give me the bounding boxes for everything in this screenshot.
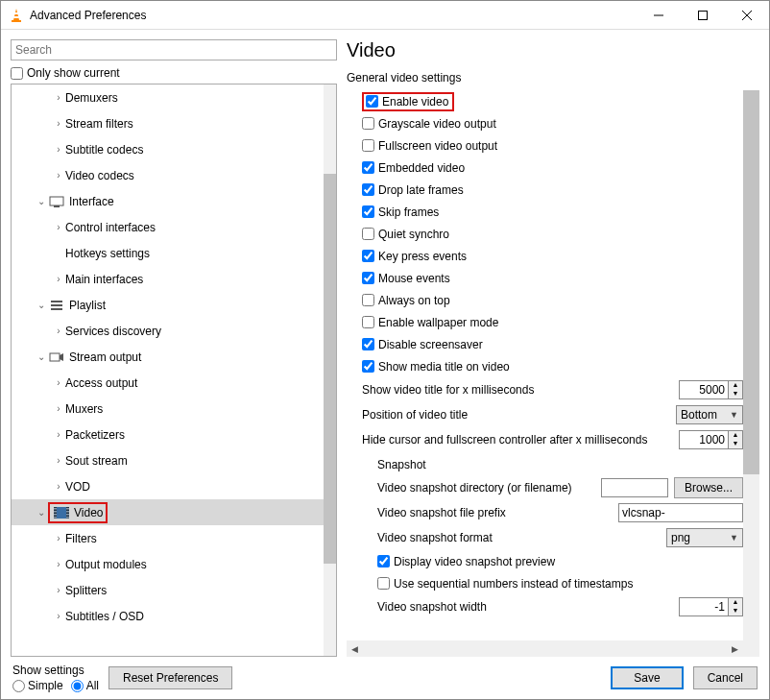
tree-scrollbar[interactable] — [324, 84, 336, 656]
tree-stream-filters[interactable]: ›Stream filters — [12, 110, 324, 136]
tree-stream-output[interactable]: ⌄Stream output — [12, 344, 324, 370]
chk-mouse[interactable]: Mouse events — [362, 267, 743, 289]
tree-hotkeys[interactable]: Hotkeys settings — [12, 240, 324, 266]
tree-playlist[interactable]: ⌄Playlist — [12, 292, 324, 318]
expander-icon[interactable]: ⌄ — [35, 507, 48, 518]
snapshot-group-label: Snapshot — [362, 458, 743, 471]
tree-main-interfaces[interactable]: ›Main interfaces — [12, 266, 324, 292]
expander-icon[interactable]: › — [52, 585, 65, 595]
snapshot-dir-input[interactable] — [601, 478, 668, 497]
tree-scroll-thumb[interactable] — [324, 174, 336, 564]
svg-rect-5 — [699, 11, 708, 19]
cancel-button[interactable]: Cancel — [693, 666, 758, 689]
settings-v-scrollbar[interactable] — [743, 90, 759, 640]
expander-icon[interactable]: › — [52, 403, 65, 414]
save-button[interactable]: Save — [611, 666, 683, 689]
chk-always-top[interactable]: Always on top — [362, 289, 743, 311]
chk-quiet-synchro[interactable]: Quiet synchro — [362, 223, 743, 245]
settings-h-scrollbar[interactable]: ◀ ▶ — [347, 640, 743, 657]
expander-icon[interactable]: › — [52, 274, 65, 284]
expander-icon[interactable]: › — [52, 377, 65, 388]
chk-screensaver[interactable]: Disable screensaver — [362, 333, 743, 355]
expander-icon[interactable]: › — [52, 222, 65, 232]
svg-rect-22 — [66, 508, 69, 510]
expander-icon[interactable]: › — [52, 118, 65, 129]
hide-cursor-ms-spinner[interactable]: ▲▼ — [729, 430, 743, 449]
tree-services-discovery[interactable]: ›Services discovery — [12, 318, 324, 344]
expander-icon[interactable]: › — [52, 429, 65, 440]
show-title-ms-input[interactable] — [679, 380, 729, 399]
tree-control-interfaces[interactable]: ›Control interfaces — [12, 214, 324, 240]
snapshot-format-combo[interactable]: png▼ — [666, 528, 743, 547]
svg-rect-24 — [66, 514, 69, 516]
tree-splitters[interactable]: ›Splitters — [12, 577, 324, 603]
chk-wallpaper[interactable]: Enable wallpaper mode — [362, 311, 743, 333]
check-label: Mouse events — [378, 272, 450, 285]
expander-icon[interactable]: › — [52, 170, 65, 181]
close-button[interactable] — [725, 1, 769, 30]
tree-interface[interactable]: ⌄Interface — [12, 188, 324, 214]
snapshot-dir-browse[interactable]: Browse... — [674, 477, 743, 498]
expander-icon[interactable]: › — [52, 455, 65, 466]
maximize-button[interactable] — [681, 1, 725, 30]
tree-subtitles-osd[interactable]: ›Subtitles / OSD — [12, 603, 324, 629]
chk-enable-video[interactable]: Enable video — [362, 90, 743, 112]
svg-rect-18 — [54, 508, 57, 510]
vlc-icon — [9, 8, 24, 23]
radio-simple[interactable]: Simple — [12, 679, 63, 692]
expander-icon[interactable]: ⌄ — [35, 300, 48, 310]
expander-icon[interactable]: › — [52, 481, 65, 492]
show-title-ms-spinner[interactable]: ▲▼ — [729, 380, 743, 399]
chk-grayscale[interactable]: Grayscale video output — [362, 112, 743, 134]
check-label: Fullscreen video output — [378, 139, 497, 153]
expander-icon[interactable]: ⌄ — [35, 196, 48, 206]
check-label: Quiet synchro — [378, 228, 449, 241]
snapshot-prefix-input[interactable] — [618, 503, 743, 522]
svg-rect-20 — [54, 514, 57, 516]
snapshot-width-spinner[interactable]: ▲▼ — [729, 597, 743, 616]
hide-cursor-ms-input[interactable] — [679, 430, 729, 449]
tree-video-codecs[interactable]: ›Video codecs — [12, 162, 324, 188]
expander-icon[interactable]: › — [52, 92, 65, 103]
tree-packetizers[interactable]: ›Packetizers — [12, 422, 324, 447]
chk-key-press[interactable]: Key press events — [362, 245, 743, 267]
radio-all[interactable]: All — [71, 679, 99, 692]
minimize-button[interactable] — [637, 1, 681, 30]
tree-subtitle-codecs[interactable]: ›Subtitle codecs — [12, 136, 324, 162]
chk-embedded[interactable]: Embedded video — [362, 157, 743, 179]
expander-icon[interactable]: › — [52, 559, 65, 569]
check-label: Display video snapshot preview — [394, 555, 555, 568]
svg-rect-1 — [12, 20, 21, 22]
tree-filters[interactable]: ›Filters — [12, 525, 324, 551]
chk-snapshot-sequential[interactable]: Use sequential numbers instead of timest… — [362, 572, 743, 594]
position-title-combo[interactable]: Bottom▼ — [676, 405, 743, 424]
h-scroll-right[interactable]: ▶ — [727, 640, 743, 657]
tree-access-output[interactable]: ›Access output — [12, 370, 324, 396]
h-scroll-left[interactable]: ◀ — [347, 640, 363, 657]
check-label: Disable screensaver — [378, 338, 483, 351]
tree-vod[interactable]: ›VOD — [12, 473, 324, 499]
tree-sout-stream[interactable]: ›Sout stream — [12, 447, 324, 473]
expander-icon[interactable]: › — [52, 611, 65, 621]
expander-icon[interactable]: › — [52, 144, 65, 155]
chk-fullscreen[interactable]: Fullscreen video output — [362, 134, 743, 157]
chk-drop-late[interactable]: Drop late frames — [362, 179, 743, 201]
tree-muxers[interactable]: ›Muxers — [12, 396, 324, 422]
check-label: Key press events — [378, 250, 467, 263]
expander-icon[interactable]: ⌄ — [35, 351, 48, 362]
chk-snapshot-preview[interactable]: Display video snapshot preview — [362, 550, 743, 572]
tree-output-modules[interactable]: ›Output modules — [12, 551, 324, 577]
expander-icon[interactable]: › — [52, 326, 65, 336]
chk-show-title[interactable]: Show media title on video — [362, 355, 743, 377]
snapshot-width-input[interactable] — [679, 597, 729, 616]
chk-skip-frames[interactable]: Skip frames — [362, 201, 743, 223]
only-show-current-checkbox[interactable]: Only show current — [11, 66, 337, 80]
search-input[interactable] — [11, 39, 337, 60]
reset-button[interactable]: Reset Preferences — [108, 666, 232, 689]
settings-v-thumb[interactable] — [743, 90, 759, 474]
expander-icon[interactable]: › — [52, 533, 65, 543]
svg-marker-14 — [60, 353, 63, 361]
tree-demuxers[interactable]: ›Demuxers — [12, 84, 324, 110]
tree-video[interactable]: ⌄Video — [12, 499, 324, 525]
position-title: Position of video titleBottom▼ — [362, 402, 743, 427]
